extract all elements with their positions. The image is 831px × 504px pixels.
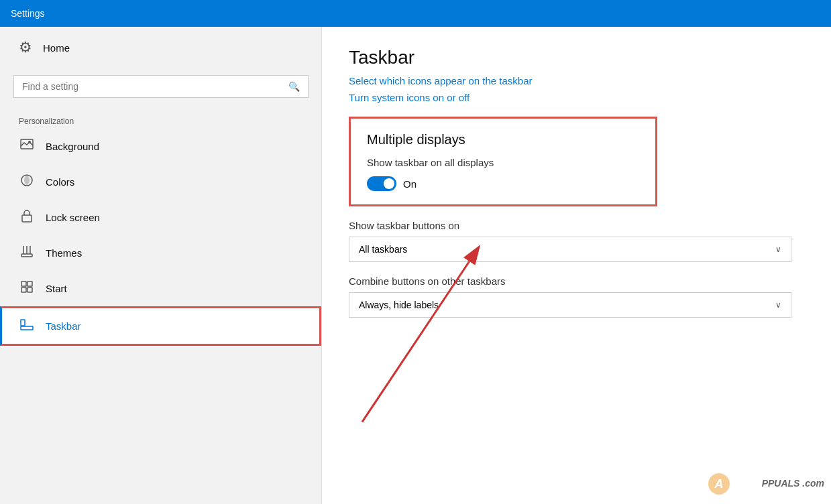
title-bar: Settings <box>0 0 831 27</box>
watermark-tld: .com <box>802 478 824 489</box>
sidebar-item-taskbar[interactable]: Taskbar <box>0 306 321 346</box>
combine-buttons-arrow: ∨ <box>775 300 781 310</box>
show-taskbar-buttons-section: Show taskbar buttons on All taskbars ∨ <box>349 220 804 262</box>
taskbar-label: Taskbar <box>46 320 81 332</box>
combine-buttons-label: Combine buttons on other taskbars <box>349 275 804 287</box>
personalization-label: Personalization <box>0 111 321 129</box>
sidebar: ⚙ Home 🔍 Personalization Background Colo… <box>0 27 322 504</box>
show-taskbar-buttons-label: Show taskbar buttons on <box>349 220 804 231</box>
show-taskbar-toggle[interactable] <box>367 176 396 191</box>
multiple-displays-section: Multiple displays Show taskbar on all di… <box>349 117 657 206</box>
svg-rect-3 <box>22 215 32 222</box>
search-input[interactable] <box>22 81 288 92</box>
sidebar-item-start[interactable]: Start <box>0 271 321 306</box>
search-box[interactable]: 🔍 <box>13 75 309 98</box>
sidebar-item-background[interactable]: Background <box>0 129 321 164</box>
start-label: Start <box>46 283 67 294</box>
colors-label: Colors <box>46 176 74 188</box>
svg-point-1 <box>28 141 31 143</box>
show-taskbar-buttons-dropdown[interactable]: All taskbars ∨ <box>349 237 791 262</box>
home-label: Home <box>43 42 70 54</box>
svg-rect-8 <box>21 281 26 286</box>
svg-rect-11 <box>27 288 32 292</box>
sidebar-item-colors[interactable]: Colors <box>0 164 321 200</box>
svg-rect-10 <box>21 288 26 292</box>
colors-icon <box>19 174 35 190</box>
svg-rect-13 <box>21 320 25 326</box>
combine-buttons-section: Combine buttons on other taskbars Always… <box>349 275 804 318</box>
toggle-row: On <box>367 176 639 191</box>
system-icons-link[interactable]: Turn system icons on or off <box>349 92 804 103</box>
svg-rect-9 <box>27 281 32 286</box>
lockscreen-label: Lock screen <box>46 212 100 223</box>
background-icon <box>19 138 35 155</box>
settings-title: Settings <box>11 8 45 19</box>
lockscreen-icon <box>19 209 35 226</box>
select-icons-link[interactable]: Select which icons appear on the taskbar <box>349 75 804 86</box>
show-taskbar-buttons-value: All taskbars <box>359 244 407 255</box>
svg-text:A: A <box>714 477 723 491</box>
sidebar-item-lockscreen[interactable]: Lock screen <box>0 200 321 235</box>
svg-rect-12 <box>21 326 33 330</box>
sidebar-item-themes[interactable]: Themes <box>0 235 321 271</box>
show-taskbar-buttons-arrow: ∨ <box>775 245 781 254</box>
main-content: Taskbar Select which icons appear on the… <box>322 27 831 504</box>
watermark: A PPUALS .com <box>706 470 824 497</box>
home-icon: ⚙ <box>19 39 32 56</box>
multiple-displays-title: Multiple displays <box>367 132 639 147</box>
watermark-text: A PPUALS .com <box>706 478 824 489</box>
search-box-wrap: 🔍 <box>0 68 321 111</box>
themes-label: Themes <box>46 247 82 259</box>
combine-buttons-dropdown[interactable]: Always, hide labels ∨ <box>349 292 791 318</box>
toggle-state-label: On <box>403 178 417 190</box>
combine-buttons-value: Always, hide labels <box>359 300 439 310</box>
sidebar-home[interactable]: ⚙ Home <box>0 27 321 68</box>
svg-rect-4 <box>21 254 32 257</box>
taskbar-icon <box>19 318 35 334</box>
start-icon <box>19 280 35 297</box>
page-title: Taskbar <box>349 47 804 68</box>
show-taskbar-label: Show taskbar on all displays <box>367 157 639 168</box>
search-icon[interactable]: 🔍 <box>288 81 300 92</box>
background-label: Background <box>46 141 99 152</box>
themes-icon <box>19 245 35 261</box>
watermark-domain: PPUALS <box>762 478 800 489</box>
